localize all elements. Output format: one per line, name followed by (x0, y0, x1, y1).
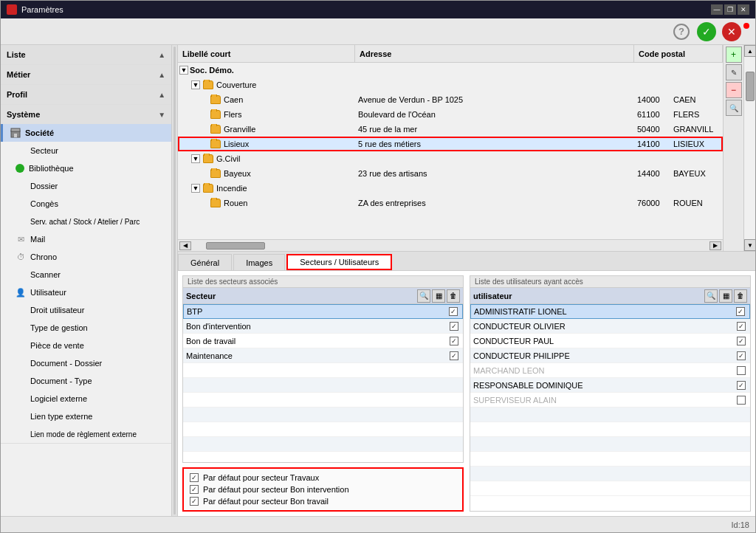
checkbox-bon-intervention-default[interactable] (190, 485, 199, 494)
sidebar-item-type-gestion[interactable]: Type de gestion (1, 319, 171, 337)
sidebar-item-lien-type-externe[interactable]: Lien type externe (1, 408, 171, 425)
tree-row[interactable]: ▼ Incendie (178, 181, 723, 196)
checkbox-bon-intervention[interactable] (450, 322, 458, 331)
expand-icon[interactable]: ▼ (179, 66, 188, 75)
sidebar-item-document-type[interactable]: Document - Type (1, 372, 171, 390)
delete-button[interactable]: − (726, 82, 742, 98)
scroll-thumb[interactable] (206, 242, 265, 250)
sidebar-header-profil[interactable]: Profil ▲ (1, 85, 171, 104)
user-check-responsable-dominique[interactable] (735, 381, 747, 390)
scroll-thumb-v[interactable] (746, 72, 755, 101)
checkbox-marchand-leon[interactable] (737, 366, 746, 375)
sidebar-item-scanner[interactable]: Scanner (1, 266, 171, 283)
checkbox-maintenance[interactable] (450, 351, 458, 360)
user-check-conducteur-olivier[interactable] (735, 322, 747, 331)
tree-row[interactable]: Granville 45 rue de la mer 50400 GRANVIL… (178, 122, 723, 137)
scroll-right-btn[interactable]: ▶ (709, 241, 721, 250)
user-row-marchand-leon[interactable]: MARCHAND LEON (470, 363, 750, 378)
sectors-filter-btn[interactable]: ▦ (432, 289, 445, 303)
checkbox-conducteur-olivier[interactable] (737, 322, 746, 331)
sidebar-item-utilisateur[interactable]: 👤 Utilisateur (1, 283, 171, 301)
checkbox-bon-travail-default[interactable] (190, 497, 199, 506)
tab-images[interactable]: Images (233, 254, 285, 270)
expand-icon[interactable]: ▼ (191, 184, 200, 193)
user-check-conducteur-paul[interactable] (735, 337, 747, 345)
tree-row[interactable]: Caen Avenue de Verdun - BP 1025 14000 CA… (178, 92, 723, 107)
user-row-admin-lionel[interactable]: ADMINISTRATIF LIONEL (470, 304, 750, 319)
sectors-search-btn[interactable]: 🔍 (417, 289, 430, 303)
user-check-superviseur-alain[interactable] (735, 396, 747, 405)
sidebar-header-liste[interactable]: Liste ▲ (1, 45, 171, 64)
sidebar-item-chrono[interactable]: ⏱ Chrono (1, 248, 171, 266)
sidebar-scrollbar[interactable] (171, 45, 177, 516)
sidebar-header-metier[interactable]: Métier ▲ (1, 65, 171, 84)
checkbox-travaux[interactable] (190, 473, 199, 482)
tree-row[interactable]: ▼ Couverture (178, 78, 723, 92)
sector-check-bon-travail[interactable] (448, 337, 460, 345)
expand-icon[interactable]: ▼ (191, 80, 200, 89)
tree-row[interactable]: Bayeux 23 rue des artisans 14400 BAYEUX (178, 166, 723, 181)
checkbox-superviseur-alain[interactable] (737, 396, 746, 405)
user-check-conducteur-philippe[interactable] (735, 351, 747, 360)
user-row-responsable-dominique[interactable]: RESPONSABLE DOMINIQUE (470, 378, 750, 393)
sector-check-maintenance[interactable] (448, 351, 460, 360)
sidebar-item-lien-mode-reglement[interactable]: Lien mode de règlement externe (1, 425, 171, 443)
ok-button[interactable]: ✓ (696, 21, 717, 42)
user-check-admin-lionel[interactable] (735, 307, 746, 316)
sector-check-btp[interactable] (447, 307, 459, 316)
checkbox-bon-travail[interactable] (450, 337, 458, 345)
user-row-conducteur-philippe[interactable]: CONDUCTEUR PHILIPPE (470, 348, 750, 363)
sidebar-item-conges[interactable]: Congès (1, 195, 171, 213)
close-button[interactable]: ✕ (738, 4, 749, 15)
tree-row[interactable]: ▼ G.Civil (178, 151, 723, 166)
sector-row-bon-intervention[interactable]: Bon d'intervention (183, 319, 463, 334)
sector-row-maintenance[interactable]: Maintenance (183, 348, 463, 363)
checkbox-responsable-dominique[interactable] (737, 381, 746, 390)
minimize-button[interactable]: — (711, 4, 723, 15)
sidebar-item-droit-utilisateur[interactable]: Droit utilisateur (1, 301, 171, 319)
restore-button[interactable]: ❐ (724, 4, 736, 15)
tree-row-lisieux[interactable]: Lisieux 5 rue des métiers 14100 LISIEUX (178, 137, 723, 151)
horizontal-scrollbar[interactable]: ◀ ▶ (178, 239, 723, 251)
tab-general[interactable]: Général (178, 254, 232, 270)
sidebar-item-logiciel-externe[interactable]: Logiciel externe (1, 390, 171, 408)
checkbox-admin-lionel[interactable] (736, 307, 745, 316)
sidebar-item-secteur[interactable]: Secteur (1, 142, 171, 159)
tree-row[interactable]: Rouen ZA des entreprises 76000 ROUEN (178, 196, 723, 210)
users-search-btn[interactable]: 🔍 (704, 289, 718, 303)
checkbox-conducteur-philippe[interactable] (737, 351, 746, 360)
user-row-conducteur-paul[interactable]: CONDUCTEUR PAUL (470, 334, 750, 348)
tree-row[interactable]: Flers Boulevard de l'Océan 61100 FLERS (178, 107, 723, 122)
cancel-button[interactable]: ✕ (721, 21, 742, 42)
sector-row-bon-travail[interactable]: Bon de travail (183, 334, 463, 348)
scroll-left-btn[interactable]: ◀ (179, 241, 191, 250)
edit-button[interactable]: ✎ (726, 64, 742, 80)
sidebar-item-mail[interactable]: ✉ Mail (1, 230, 171, 248)
scroll-up-btn[interactable]: ▲ (744, 45, 755, 57)
search-button[interactable]: 🔍 (726, 100, 742, 116)
sidebar-item-piece-vente[interactable]: Pièce de vente (1, 337, 171, 354)
checkbox-conducteur-paul[interactable] (737, 337, 746, 345)
user-row-superviseur-alain[interactable]: SUPERVISEUR ALAIN (470, 393, 750, 408)
tree-row[interactable]: ▼ Soc. Démo. (178, 63, 723, 78)
sector-check-bon-intervention[interactable] (448, 322, 460, 331)
tab-secteurs-utilisateurs[interactable]: Secteurs / Utilisateurs (286, 254, 392, 270)
sector-row-btp[interactable]: BTP (183, 304, 463, 319)
scroll-down-btn[interactable]: ▼ (744, 239, 755, 251)
users-delete-btn[interactable]: 🗑 (734, 289, 747, 303)
sidebar-item-bibliotheque[interactable]: Bibliothèque (1, 159, 171, 177)
help-button[interactable]: ? (671, 21, 692, 42)
sidebar-item-serv-achat[interactable]: Serv. achat / Stock / Atelier / Parc (1, 213, 171, 230)
user-check-marchand-leon[interactable] (735, 366, 747, 375)
sidebar-item-dossier[interactable]: Dossier (1, 177, 171, 195)
user-row-conducteur-olivier[interactable]: CONDUCTEUR OLIVIER (470, 319, 750, 334)
expand-icon[interactable]: ▼ (191, 154, 200, 163)
sidebar-header-systeme[interactable]: Système ▼ (1, 105, 171, 124)
sidebar-item-societe[interactable]: Société (1, 124, 171, 142)
sectors-delete-btn[interactable]: 🗑 (447, 289, 460, 303)
sidebar-item-document-dossier[interactable]: Document - Dossier (1, 354, 171, 372)
add-button[interactable]: + (726, 47, 742, 63)
checkbox-btp[interactable] (449, 307, 458, 316)
users-filter-btn[interactable]: ▦ (719, 289, 732, 303)
tree-vscrollbar[interactable]: ▲ ▼ (743, 45, 755, 251)
